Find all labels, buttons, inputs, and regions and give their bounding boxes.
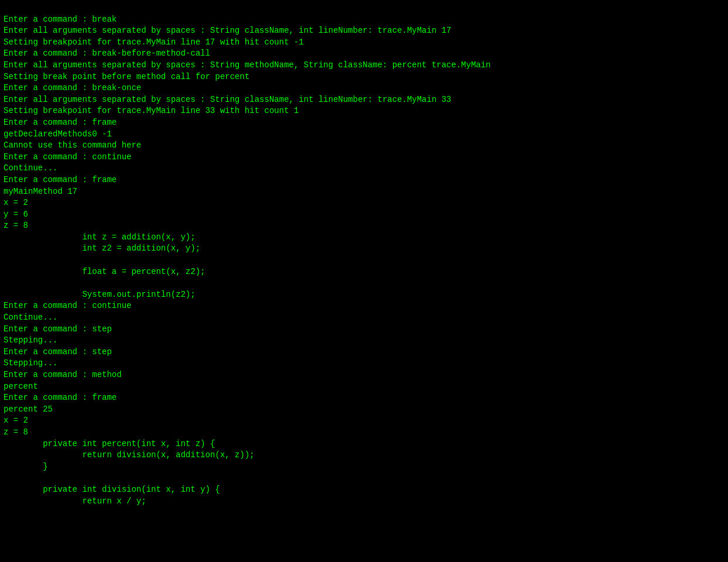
terminal-line: Continue... [4, 163, 724, 174]
terminal-line: Enter a command : break-once [4, 83, 724, 94]
terminal-line [4, 255, 724, 266]
terminal-line: Enter a command : step [4, 324, 724, 335]
terminal-line: z = 8 [4, 220, 724, 232]
terminal-output: Enter a command : breakEnter all argumen… [4, 2, 724, 507]
terminal-line: x = 2 [4, 197, 724, 209]
terminal-line: return x / y; [4, 496, 724, 508]
terminal-line: percent 25 [4, 404, 724, 416]
terminal-line: getDeclaredMethods0 -1 [4, 129, 724, 140]
terminal-line [4, 472, 724, 484]
terminal-line: x = 2 [4, 415, 724, 427]
terminal-line: Enter a command : method [4, 369, 724, 381]
terminal-line: float a = percent(x, z2); [4, 266, 724, 278]
terminal-line: int z = addition(x, y); [4, 232, 724, 244]
terminal-line: Enter a command : break [4, 14, 724, 26]
terminal-line: y = 6 [4, 209, 724, 221]
terminal-line: Enter all arguments separated by spaces … [4, 25, 724, 37]
terminal-line: Stepping... [4, 358, 724, 369]
terminal-line: } [4, 461, 724, 473]
terminal-line: private int division(int x, int y) { [4, 484, 724, 496]
terminal-line: Stepping... [4, 335, 724, 347]
terminal-line: percent [4, 381, 724, 393]
terminal-line: Setting breakpoint for trace.MyMain line… [4, 37, 724, 49]
terminal-line: return division(x, addition(x, z)); [4, 450, 724, 461]
terminal-line: Enter a command : frame [4, 392, 724, 404]
terminal-line: Enter a command : frame [4, 174, 724, 186]
terminal-line: Enter a command : continue [4, 300, 724, 312]
terminal-line: private int percent(int x, int z) { [4, 438, 724, 450]
terminal-line: Enter all arguments separated by spaces … [4, 94, 724, 106]
terminal-line: Cannot use this command here [4, 140, 724, 152]
terminal-line: Enter a command : frame [4, 117, 724, 129]
terminal-line: z = 8 [4, 427, 724, 438]
terminal-line: Enter a command : break-before-method-ca… [4, 48, 724, 60]
terminal-line: Enter a command : step [4, 347, 724, 358]
terminal-line: System.out.println(z2); [4, 289, 724, 301]
terminal-line: int z2 = addition(x, y); [4, 243, 724, 255]
terminal-line: Enter all arguments separated by spaces … [4, 60, 724, 71]
terminal-line: Setting breakpoint for trace.MyMain line… [4, 105, 724, 117]
terminal-line: Setting break point before method call f… [4, 71, 724, 83]
terminal-line: myMainMethod 17 [4, 186, 724, 198]
terminal-line: Continue... [4, 312, 724, 324]
terminal-line [4, 277, 724, 289]
terminal-line: Enter a command : continue [4, 152, 724, 163]
